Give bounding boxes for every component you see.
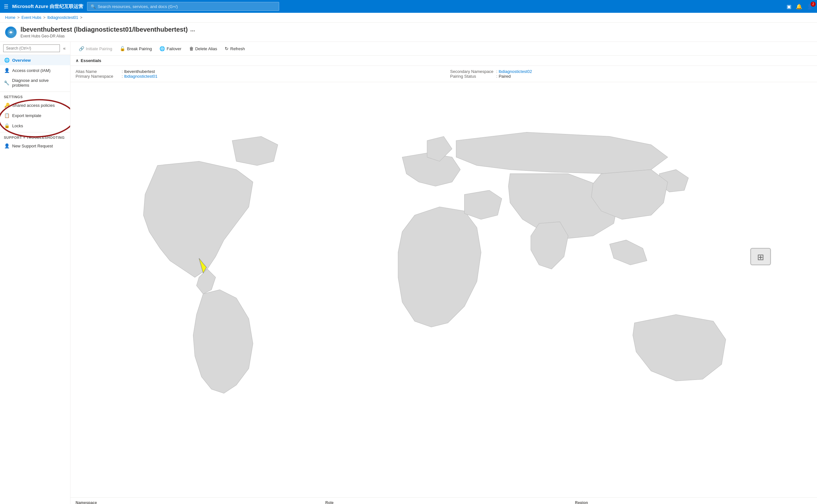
svg-text:⊞: ⊞ [757,253,764,262]
delete-alias-button[interactable]: 🗑 Delete Alias [186,44,221,53]
sidebar-search-area: « [0,42,70,55]
essentials-left: Alias Name : lbeventhubertest Primary Na… [75,69,437,79]
sidebar-item-label-support: New Support Request [12,144,53,148]
initiate-pairing-icon: 🔗 [79,46,84,51]
essentials-row-pairing: Pairing Status : Paired [450,74,812,79]
search-placeholder: Search resources, services, and docs (G+… [98,4,178,9]
page-more-button[interactable]: ... [190,26,195,33]
svg-point-1 [10,31,12,33]
sidebar-item-support[interactable]: 👤 New Support Request [0,141,70,151]
sidebar-item-label-diagnose: Diagnose and solve problems [12,78,66,88]
break-pairing-label: Break Pairing [127,46,152,51]
main-layout: « 🌐 Overview 👤 Access control (IAM) 🔧 Di… [0,42,817,504]
sidebar-item-label-overview: Overview [12,58,31,63]
notification-badge: 2 [811,2,816,7]
page-title-text: lbeventhubertest (lbdiagnostictest01/lbe… [20,26,187,33]
essentials-right: Secondary Namespace : lbdiagnostictest02… [450,69,812,79]
sidebar-item-locks[interactable]: 🔒 Locks [0,121,70,131]
page-subtitle: Event Hubs Geo-DR Alias [20,34,812,38]
portal-icon[interactable]: ▣ [787,4,791,10]
alias-name-value: lbeventhubertest [124,69,155,74]
shared-access-icon: 🔑 [4,103,10,108]
toolbar: 🔗 Initiate Pairing 🔓 Break Pairing 🌐 Fai… [70,42,817,56]
failover-button[interactable]: 🌐 Failover [156,44,184,53]
notification-button[interactable]: 👤 2 [807,4,813,10]
support-icon: 👤 [4,143,10,148]
primary-ns-link[interactable]: lbdiagnostictest01 [124,74,157,79]
page-header: lbeventhubertest (lbdiagnostictest01/lbe… [0,23,817,42]
essentials-chevron-icon: ∧ [75,58,79,63]
settings-section-header: Settings [0,91,70,100]
essentials-title: Essentials [81,58,101,63]
initiate-pairing-label: Initiate Pairing [86,46,112,51]
failover-label: Failover [166,46,181,51]
map-area: ⊞ [70,82,817,497]
col-role: Role [325,500,334,504]
global-search[interactable]: 🔍 Search resources, services, and docs (… [87,2,279,11]
pairing-status-label: Pairing Status [450,74,495,79]
initiate-pairing-button[interactable]: 🔗 Initiate Pairing [75,44,115,53]
essentials-content: Alias Name : lbeventhubertest Primary Na… [70,66,817,82]
essentials-row-primary: Primary Namespace : lbdiagnostictest01 [75,74,437,79]
breadcrumb-eventhubs[interactable]: Event Hubs [21,15,41,20]
breadcrumb-sep-3: > [80,15,82,20]
overview-icon: 🌐 [4,58,10,63]
table-footer: Namespace Role Region [70,497,817,504]
sidebar-item-shared-access[interactable]: 🔑 Shared access policies [0,100,70,110]
page-title: lbeventhubertest (lbdiagnostictest01/lbe… [20,26,812,33]
delete-alias-label: Delete Alias [195,46,218,51]
breadcrumb-current[interactable]: lbdiagnostictest01 [47,15,78,20]
delete-alias-icon: 🗑 [189,46,194,51]
failover-icon: 🌐 [159,46,165,51]
sidebar-item-label-iam: Access control (IAM) [12,68,51,73]
sidebar-item-label-locks: Locks [12,123,23,128]
break-pairing-icon: 🔓 [120,46,125,51]
resource-icon [5,27,17,38]
sidebar-item-diagnose[interactable]: 🔧 Diagnose and solve problems [0,75,70,90]
essentials-header[interactable]: ∧ Essentials [70,56,817,66]
essentials-row-alias: Alias Name : lbeventhubertest [75,69,437,74]
sidebar-item-export[interactable]: 📋 Export template [0,110,70,121]
breadcrumb-sep-1: > [17,15,20,20]
essentials-row-secondary: Secondary Namespace : lbdiagnostictest02 [450,69,812,74]
brand-label: Microsoft Azure 由世纪互联运营 [12,4,83,10]
breadcrumb: Home > Event Hubs > lbdiagnostictest01 > [0,13,817,23]
col-namespace: Namespace [75,500,97,504]
top-nav: ☰ Microsoft Azure 由世纪互联运营 🔍 Search resou… [0,0,817,13]
export-icon: 📋 [4,113,10,118]
support-section-header: Support + troubleshooting [0,132,70,141]
sidebar-item-overview[interactable]: 🌐 Overview [0,55,70,65]
refresh-label: Refresh [230,46,245,51]
col-region: Region [575,500,588,504]
sidebar-collapse-icon[interactable]: « [62,44,67,52]
sidebar: « 🌐 Overview 👤 Access control (IAM) 🔧 Di… [0,42,70,504]
pairing-status-value: Paired [499,74,511,79]
refresh-button[interactable]: ↻ Refresh [222,44,248,53]
diagnose-icon: 🔧 [4,80,10,85]
search-icon: 🔍 [91,4,96,9]
sidebar-item-label-shared: Shared access policies [12,103,55,108]
world-map-svg: ⊞ [70,82,817,497]
sidebar-item-iam[interactable]: 👤 Access control (IAM) [0,65,70,75]
top-nav-right: ▣ 🔔 👤 2 [787,4,813,10]
break-pairing-button[interactable]: 🔓 Break Pairing [116,44,155,53]
main-content: 🔗 Initiate Pairing 🔓 Break Pairing 🌐 Fai… [70,42,817,504]
alias-name-label: Alias Name [75,69,120,74]
breadcrumb-home[interactable]: Home [5,15,15,20]
breadcrumb-sep-2: > [43,15,45,20]
primary-ns-label: Primary Namespace [75,74,120,79]
page-title-area: lbeventhubertest (lbdiagnostictest01/lbe… [20,26,812,38]
secondary-ns-label: Secondary Namespace [450,69,495,74]
hamburger-icon[interactable]: ☰ [4,4,8,10]
locks-icon: 🔒 [4,123,10,128]
iam-icon: 👤 [4,68,10,73]
sidebar-search-input[interactable] [3,44,60,52]
sidebar-item-label-export: Export template [12,113,41,118]
secondary-ns-link[interactable]: lbdiagnostictest02 [499,69,532,74]
refresh-icon: ↻ [225,46,229,51]
bell-icon[interactable]: 🔔 [796,4,802,10]
